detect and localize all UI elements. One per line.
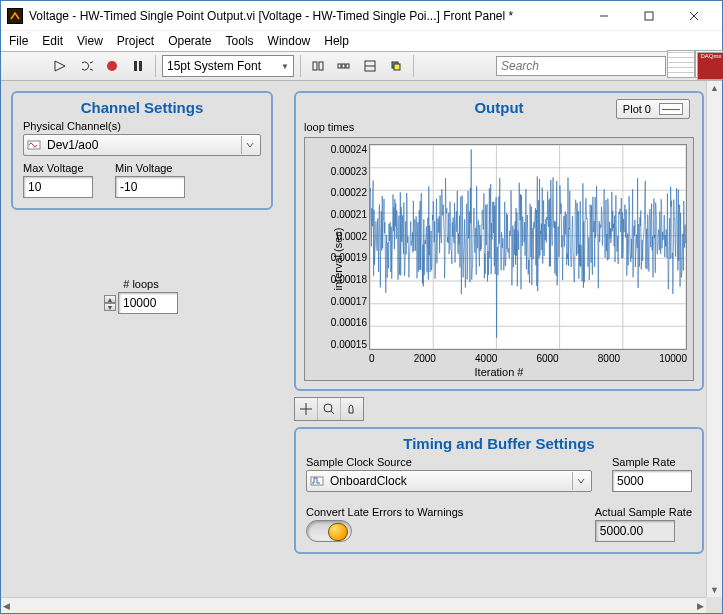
channel-icon (310, 474, 324, 488)
menu-help[interactable]: Help (324, 34, 349, 48)
svg-rect-1 (645, 12, 653, 20)
chevron-down-icon (572, 472, 588, 490)
run-button[interactable] (49, 55, 71, 77)
close-button[interactable] (671, 2, 716, 30)
svg-point-4 (107, 61, 117, 71)
maximize-button[interactable] (626, 2, 671, 30)
distribute-button[interactable] (333, 55, 355, 77)
menu-file[interactable]: File (9, 34, 28, 48)
chart-yticks: 0.000240.000230.000220.000210.00020.0001… (319, 144, 367, 350)
clock-source-label: Sample Clock Source (306, 456, 592, 468)
svg-line-38 (331, 411, 334, 414)
channel-settings-panel: Channel Settings Physical Channel(s) Dev… (11, 91, 273, 210)
window-title: Voltage - HW-Timed Single Point Output.v… (29, 9, 581, 23)
app-icon (7, 8, 23, 24)
abort-button[interactable] (101, 55, 123, 77)
menu-window[interactable]: Window (268, 34, 311, 48)
loops-control: # loops ▲▼ 10000 (104, 278, 178, 314)
svg-rect-9 (338, 64, 341, 68)
svg-rect-20 (28, 141, 40, 149)
reorder-button[interactable] (385, 55, 407, 77)
physical-channel-combo[interactable]: Dev1/ao0 (23, 134, 261, 156)
chart-label: loop times (304, 121, 354, 133)
app-window: Voltage - HW-Timed Single Point Output.v… (0, 0, 723, 614)
front-panel[interactable]: Channel Settings Physical Channel(s) Dev… (1, 81, 722, 613)
run-continuously-button[interactable] (75, 55, 97, 77)
plot-sample-icon (659, 103, 683, 115)
svg-rect-11 (346, 64, 349, 68)
min-voltage-label: Min Voltage (115, 162, 185, 174)
timing-settings-panel: Timing and Buffer Settings Sample Clock … (294, 427, 704, 554)
font-selector[interactable]: 15pt System Font ▼ (162, 55, 294, 77)
loops-field[interactable]: 10000 (118, 292, 178, 314)
pan-tool-icon[interactable] (341, 398, 363, 420)
window-buttons (581, 2, 716, 30)
chart-plot-area (369, 144, 687, 350)
clock-source-combo[interactable]: OnboardClock (306, 470, 592, 492)
menu-tools[interactable]: Tools (226, 34, 254, 48)
physical-channel-value: Dev1/ao0 (45, 138, 237, 152)
clock-source-value: OnboardClock (328, 474, 568, 488)
svg-rect-7 (313, 62, 317, 70)
loops-label: # loops (104, 278, 178, 290)
menu-project[interactable]: Project (117, 34, 154, 48)
zoom-tool-icon[interactable] (318, 398, 341, 420)
pause-button[interactable] (127, 55, 149, 77)
timing-title: Timing and Buffer Settings (306, 435, 692, 452)
svg-rect-15 (394, 64, 400, 70)
channel-settings-title: Channel Settings (23, 99, 261, 116)
titlebar: Voltage - HW-Timed Single Point Output.v… (1, 1, 722, 31)
cursor-tool-icon[interactable] (295, 398, 318, 420)
plot-legend[interactable]: Plot 0 (616, 99, 690, 119)
actual-rate-indicator: 5000.00 (595, 520, 675, 542)
menu-view[interactable]: View (77, 34, 103, 48)
font-selector-label: 15pt System Font (167, 59, 261, 73)
svg-rect-10 (342, 64, 345, 68)
convert-errors-toggle[interactable] (306, 520, 352, 542)
plot-legend-label: Plot 0 (623, 103, 651, 115)
toolbar: 15pt System Font ▼ ? DAQmx (1, 51, 722, 81)
minimize-button[interactable] (581, 2, 626, 30)
align-button[interactable] (307, 55, 329, 77)
sample-rate-field[interactable]: 5000 (612, 470, 692, 492)
search-input[interactable] (496, 56, 666, 76)
loops-spinner[interactable]: ▲▼ (104, 295, 116, 311)
horizontal-scrollbar[interactable]: ◀▶ (1, 597, 706, 613)
actual-rate-label: Actual Sample Rate (595, 506, 692, 518)
svg-rect-5 (134, 61, 137, 71)
physical-channel-label: Physical Channel(s) (23, 120, 261, 132)
sample-rate-label: Sample Rate (612, 456, 692, 468)
max-voltage-field[interactable]: 10 (23, 176, 93, 198)
convert-errors-label: Convert Late Errors to Warnings (306, 506, 575, 518)
svg-rect-8 (319, 62, 323, 70)
svg-rect-6 (139, 61, 142, 71)
chart-xlabel: Iteration # (305, 366, 693, 378)
resize-button[interactable] (359, 55, 381, 77)
vertical-scrollbar[interactable]: ▲▼ (706, 81, 722, 597)
chevron-down-icon (241, 136, 257, 154)
svg-point-37 (324, 404, 332, 412)
graph-palette[interactable] (294, 397, 364, 421)
max-voltage-label: Max Voltage (23, 162, 93, 174)
connector-pane[interactable]: DAQmx (667, 50, 723, 78)
chart-xticks: 0200040006000800010000 (369, 353, 687, 364)
chart[interactable]: interval (sec) 0.000240.000230.000220.00… (304, 137, 694, 381)
menu-edit[interactable]: Edit (42, 34, 63, 48)
channel-icon (27, 138, 41, 152)
menubar: File Edit View Project Operate Tools Win… (1, 31, 722, 51)
output-panel: Output Plot 0 loop times interval (sec) … (294, 91, 704, 391)
min-voltage-field[interactable]: -10 (115, 176, 185, 198)
menu-operate[interactable]: Operate (168, 34, 211, 48)
